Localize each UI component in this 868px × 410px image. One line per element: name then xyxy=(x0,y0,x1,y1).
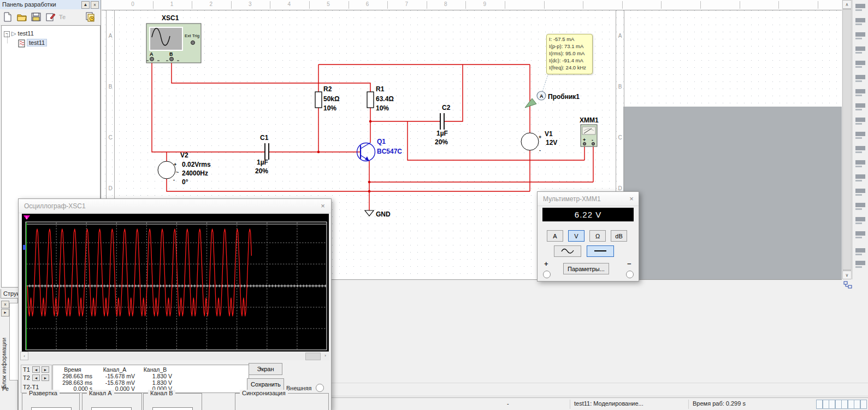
tree-item-project[interactable]: − ▷ test11 xyxy=(4,29,34,38)
instrument-icon[interactable] xyxy=(854,187,867,198)
expand-icon[interactable]: ▸ xyxy=(1,309,9,317)
activity-segment xyxy=(816,400,823,409)
ruler-divider xyxy=(309,1,310,9)
instrument-icon[interactable] xyxy=(854,45,867,56)
probe-readout-tooltip: I: -57.5 mA I(p-p): 73.1 mA I(rms): 95.0… xyxy=(546,34,593,74)
scrollbar-thumb[interactable] xyxy=(842,9,852,270)
ruler-divider xyxy=(465,1,466,9)
tree-item-label[interactable]: test11 xyxy=(18,30,34,37)
timebase-input[interactable] xyxy=(31,407,72,410)
ac-mode-button[interactable] xyxy=(554,245,581,257)
instrument-icon[interactable] xyxy=(854,173,867,184)
instrument-icon[interactable] xyxy=(854,16,867,28)
scope-readout-row: 298.663 ms-15.678 mV1.830 V xyxy=(53,373,249,379)
new-file-icon[interactable] xyxy=(2,11,13,22)
divider xyxy=(330,383,868,383)
scroll-right-icon[interactable]: › xyxy=(321,352,329,360)
ruler-divider xyxy=(427,1,427,9)
t1-right-button[interactable]: ► xyxy=(42,366,49,373)
instrument-icon[interactable] xyxy=(854,215,867,227)
channel-b-input[interactable] xyxy=(152,407,193,410)
open-folder-icon[interactable] xyxy=(16,11,27,22)
plus-terminal[interactable] xyxy=(543,271,551,278)
instrument-icon[interactable] xyxy=(854,59,867,71)
rename-icon[interactable] xyxy=(45,11,56,22)
rollup-icon[interactable]: ▲ xyxy=(81,1,90,9)
multimeter-window[interactable]: Мультиметр-XMM1 × 6.22 V A V Ω dB + Пара… xyxy=(537,191,639,282)
mode-ohm-button[interactable]: Ω xyxy=(589,230,606,242)
t1-label: T1 xyxy=(23,366,30,373)
mode-a-button[interactable]: A xyxy=(547,230,563,242)
dc-mode-button[interactable] xyxy=(587,245,614,257)
col-channel-a: Канал_А xyxy=(97,366,133,373)
ruler-letter: D xyxy=(107,185,114,191)
screen-button[interactable]: Экран xyxy=(249,363,282,375)
window-title: Мультиметр-XMM1 xyxy=(538,192,639,206)
scroll-down-icon[interactable]: ∨ xyxy=(842,271,852,279)
instrument-icon[interactable] xyxy=(854,144,867,156)
scope-hscrollbar[interactable]: ‹ › xyxy=(20,352,329,360)
instrument-icon[interactable] xyxy=(854,259,867,271)
ruler-divider xyxy=(700,1,701,9)
multisim-app: 0123456789 ABCD ABCD R2 50kΩ 10% R1 6 xyxy=(0,0,868,410)
ruler-divider xyxy=(387,1,388,9)
ruler-divider xyxy=(544,1,545,9)
scroll-left-icon[interactable]: ‹ xyxy=(20,352,28,360)
ruler-divider xyxy=(661,1,662,9)
divider xyxy=(330,396,868,396)
probe-line: I: -57.5 mA xyxy=(549,36,592,43)
tab-results[interactable]: Ре xyxy=(2,386,9,392)
instrument-icon[interactable] xyxy=(854,247,867,258)
scroll-up-icon[interactable]: ∧ xyxy=(842,0,852,9)
activity-segment xyxy=(823,400,829,409)
tree-connector xyxy=(7,33,8,43)
tree-item-sheet[interactable]: test11 xyxy=(18,38,47,47)
t2-right-button[interactable]: ► xyxy=(42,374,49,381)
instrument-icon[interactable] xyxy=(854,201,867,213)
instrument-icon[interactable] xyxy=(854,31,867,42)
mode-db-button[interactable]: dB xyxy=(611,230,627,242)
save-button[interactable]: Сохранить xyxy=(247,378,284,390)
minus-terminal[interactable] xyxy=(626,271,634,278)
ruler-number: 2 xyxy=(206,1,216,7)
minus-terminal-label: − xyxy=(627,260,631,268)
activity-segment xyxy=(860,400,867,409)
pages-clock-icon[interactable] xyxy=(85,11,96,22)
ruler-number: 3 xyxy=(245,1,255,7)
save-icon[interactable] xyxy=(31,11,42,22)
instrument-icon[interactable] xyxy=(854,102,867,113)
instrument-icon[interactable] xyxy=(854,130,867,142)
ruler-divider xyxy=(231,1,232,9)
instrument-icon[interactable] xyxy=(854,230,867,241)
ruler-number: 1 xyxy=(167,1,177,7)
tree-item-label[interactable]: test11 xyxy=(27,39,47,46)
t1-left-button[interactable]: ◄ xyxy=(32,366,40,373)
mode-v-button[interactable]: V xyxy=(568,230,584,242)
instrument-icon[interactable] xyxy=(854,116,867,127)
instrument-icon[interactable] xyxy=(854,87,867,99)
ruler-letter: D xyxy=(616,185,624,191)
ruler-number: 8 xyxy=(441,1,451,7)
hierarchy-icon[interactable] xyxy=(843,280,852,289)
t2-left-button[interactable]: ◄ xyxy=(32,374,40,381)
close-icon[interactable]: x xyxy=(91,1,99,9)
ruler-letter: A xyxy=(107,33,114,39)
close-icon[interactable]: x xyxy=(1,301,9,308)
instrument-icon[interactable] xyxy=(854,73,867,85)
oscilloscope-window[interactable]: Осциллограф-XSC1 × 1 ‹ › T1 xyxy=(18,198,332,410)
parameters-button[interactable]: Параметры... xyxy=(563,263,609,274)
channel-a-input[interactable] xyxy=(91,407,132,410)
vertical-scrollbar[interactable]: ∧ ∨ xyxy=(842,0,852,279)
scrollbar-thumb[interactable] xyxy=(305,353,321,360)
ruler-number: 4 xyxy=(284,1,294,7)
instrument-icon[interactable] xyxy=(854,2,867,14)
close-icon[interactable]: × xyxy=(627,195,636,204)
instrument-icon[interactable] xyxy=(854,159,867,170)
close-icon[interactable]: × xyxy=(318,202,328,211)
external-trigger-radio[interactable] xyxy=(316,384,324,392)
text-tool-icon: Te xyxy=(59,11,70,22)
col-time: Время xyxy=(56,366,89,373)
group-channel-b: Канал В xyxy=(143,393,202,410)
probe-line: I(dc): -91.4 mA xyxy=(549,57,592,64)
scope-readout-row: 298.663 ms-15.678 mV1.830 V xyxy=(53,379,249,386)
